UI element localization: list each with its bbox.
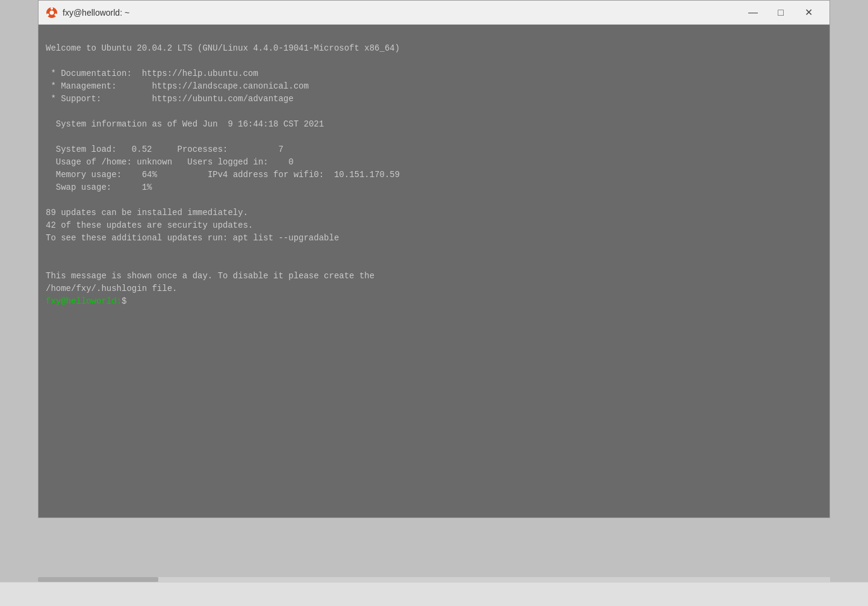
terminal-content[interactable]: Welcome to Ubuntu 20.04.2 LTS (GNU/Linux… xyxy=(39,25,829,517)
message-line1: This message is shown once a day. To dis… xyxy=(46,271,374,281)
updates-line1: 89 updates can be installed immediately. xyxy=(46,208,248,217)
titlebar: fxy@helloworld: ~ — □ ✕ xyxy=(39,1,829,25)
memory-line: Memory usage: 64% IPv4 address for wifi0… xyxy=(46,170,400,180)
minimize-button[interactable]: — xyxy=(739,1,767,25)
svg-point-4 xyxy=(47,13,49,16)
swap-line: Swap usage: 1% xyxy=(46,183,152,192)
doc-line: * Documentation: https://help.ubuntu.com xyxy=(46,69,258,78)
sysinfo-line: System information as of Wed Jun 9 16:44… xyxy=(46,119,324,129)
welcome-line: Welcome to Ubuntu 20.04.2 LTS (GNU/Linux… xyxy=(46,43,400,53)
support-line: * Support: https://ubuntu.com/advantage xyxy=(46,94,294,104)
scrollbar-area[interactable] xyxy=(38,577,830,582)
svg-point-1 xyxy=(50,10,54,14)
updates-line2: 42 of these updates are security updates… xyxy=(46,220,253,230)
mgmt-line: * Management: https://landscape.canonica… xyxy=(46,81,309,91)
svg-point-3 xyxy=(55,13,57,16)
scrollbar-thumb[interactable] xyxy=(38,577,158,582)
taskbar xyxy=(0,582,868,606)
sysload-line: System load: 0.52 Processes: 7 xyxy=(46,145,284,154)
maximize-button[interactable]: □ xyxy=(767,1,795,25)
prompt-user: fxy@helloworld: xyxy=(46,296,122,306)
message-line2: /home/fxy/.hushlogin file. xyxy=(46,284,177,293)
svg-point-2 xyxy=(51,7,53,10)
ubuntu-icon xyxy=(46,7,58,19)
window-controls: — □ ✕ xyxy=(739,1,822,25)
updates-line3: To see these additional updates run: apt… xyxy=(46,233,339,243)
window-title: fxy@helloworld: ~ xyxy=(63,8,739,17)
usage-line: Usage of /home: unknown Users logged in:… xyxy=(46,157,294,167)
terminal-window: fxy@helloworld: ~ — □ ✕ Welcome to Ubunt… xyxy=(38,0,830,518)
close-button[interactable]: ✕ xyxy=(795,1,822,25)
prompt-symbol: $ xyxy=(122,296,132,306)
